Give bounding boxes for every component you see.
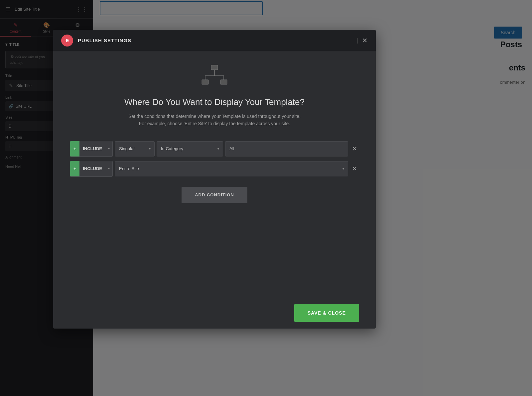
include-dropdown-arrow-1: ▾ [105,147,112,150]
svg-rect-2 [220,80,227,84]
condition-row-1: + INCLUDE ▾ Singular In Category In Tag … [70,141,359,157]
include-plus-icon-2: + [70,161,79,176]
include-label-2: INCLUDE [79,166,105,171]
dialog-header: e PUBLISH SETTINGS | ✕ [53,30,376,51]
add-condition-button[interactable]: ADD CONDITION [182,187,247,203]
remove-condition-2-button[interactable]: ✕ [350,166,359,172]
condition-row-2: + INCLUDE ▾ Entire Site ✕ [70,161,359,177]
include-dropdown-arrow-2: ▾ [105,167,112,170]
dialog-header-left: e PUBLISH SETTINGS [61,35,131,47]
include-control-2: + INCLUDE ▾ [70,161,113,177]
conditions-list: + INCLUDE ▾ Singular In Category In Tag … [70,141,359,177]
dialog-body: Where Do You Want to Display Your Templa… [53,51,376,277]
close-button[interactable]: ✕ [362,37,368,44]
all-input-1[interactable] [225,141,348,156]
template-display-icon [201,64,228,87]
remove-condition-1-button[interactable]: ✕ [350,146,359,152]
dialog-heading: Where Do You Want to Display Your Templa… [124,97,305,107]
logo-letter: e [66,37,69,44]
hierarchy-svg [201,64,228,86]
subtitle-line2: For example, choose 'Entire Site' to dis… [139,121,290,126]
dialog-title: PUBLISH SETTINGS [78,38,131,43]
singular-select[interactable]: Singular [115,141,155,156]
singular-select-wrapper: Singular [115,141,155,156]
save-close-button[interactable]: SAVE & CLOSE [294,304,359,322]
in-category-select-wrapper: In Category In Tag By Author [157,141,223,156]
in-category-select[interactable]: In Category In Tag By Author [157,141,223,156]
include-control-1: + INCLUDE ▾ [70,141,113,157]
include-label-1: INCLUDE [79,146,105,151]
subtitle-line1: Set the conditions that determine where … [128,114,301,119]
elementor-logo: e [61,35,73,47]
dialog-subtitle: Set the conditions that determine where … [128,113,301,128]
include-plus-icon-1: + [70,141,79,156]
dialog-footer: SAVE & CLOSE [53,297,376,329]
entire-site-select-wrapper: Entire Site [115,161,348,176]
publish-settings-dialog: e PUBLISH SETTINGS | ✕ [53,30,376,329]
entire-site-select[interactable]: Entire Site [115,161,348,176]
dialog-header-divider: | [356,37,358,44]
svg-rect-0 [211,65,218,70]
svg-rect-1 [202,80,208,84]
